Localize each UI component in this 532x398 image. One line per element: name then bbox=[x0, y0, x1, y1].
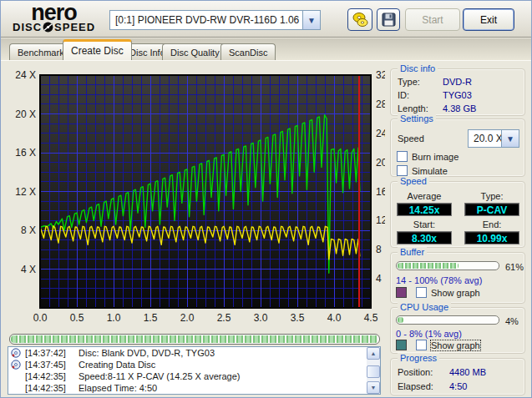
buffer-group: Buffer 61% 14 - 100% (78% avg) Show grap… bbox=[390, 252, 525, 304]
log-entry: [14:37:42] Disc: Blank DVD, DVD-R, TYG03 bbox=[8, 347, 380, 359]
end-speed-display: 10.99x bbox=[464, 231, 519, 244]
write-progressbar-fill bbox=[11, 335, 378, 343]
log-text: Disc: Blank DVD, DVD-R, TYG03 bbox=[79, 347, 215, 359]
speed-group: Speed Average Type: 14.25x P-CAV Start: … bbox=[390, 181, 525, 248]
save-button[interactable] bbox=[377, 8, 400, 31]
drive-selector-value: [0:1] PIONEER DVD-RW DVR-116D 1.06 bbox=[110, 14, 302, 26]
burn-image-checkbox[interactable] bbox=[397, 151, 408, 162]
tab-disc-quality[interactable]: Disc Quality bbox=[162, 43, 228, 60]
svg-text:4: 4 bbox=[376, 273, 382, 285]
disc-id-label: ID: bbox=[398, 90, 409, 100]
cpu-percent: 4% bbox=[505, 316, 519, 326]
tab-scandisc[interactable]: ScanDisc bbox=[220, 43, 276, 60]
svg-text:4.5: 4.5 bbox=[364, 312, 378, 324]
exit-button[interactable]: Exit bbox=[463, 8, 514, 31]
end-label: End: bbox=[464, 219, 519, 229]
log-scrollbar[interactable]: ▲ ▼ bbox=[367, 347, 380, 394]
svg-text:1.5: 1.5 bbox=[144, 312, 158, 324]
log-time: [14:37:42] bbox=[25, 347, 66, 359]
svg-text:16: 16 bbox=[376, 186, 385, 198]
svg-text:12: 12 bbox=[376, 214, 385, 226]
svg-text:0.0: 0.0 bbox=[33, 312, 48, 324]
cpu-show-graph-checkbox[interactable] bbox=[416, 340, 427, 350]
progress-title: Progress bbox=[398, 353, 439, 363]
progress-group: Progress Position: 4480 MB Elapsed: 4:50 bbox=[390, 358, 525, 395]
svg-text:28: 28 bbox=[376, 98, 385, 110]
speed-chart-svg: 24 X20 X16 X12 X8 X4 X322824201612840.00… bbox=[8, 63, 385, 328]
svg-text:3.5: 3.5 bbox=[291, 312, 305, 324]
cpu-progressbar-fill bbox=[398, 317, 403, 323]
disc-info-title: Disc info bbox=[398, 63, 438, 73]
speed-chart: 24 X20 X16 X12 X8 X4 X322824201612840.00… bbox=[8, 63, 385, 328]
cpu-usage-title: CPU Usage bbox=[398, 302, 451, 312]
buffer-show-graph-checkbox[interactable] bbox=[416, 287, 427, 298]
start-button-label: Start bbox=[422, 14, 443, 26]
elapsed-label: Elapsed: bbox=[398, 381, 433, 391]
discs-icon bbox=[352, 12, 369, 28]
svg-text:12 X: 12 X bbox=[15, 186, 36, 198]
elapsed-value: 4:50 bbox=[449, 381, 467, 391]
svg-text:24 X: 24 X bbox=[15, 69, 36, 81]
chevron-down-icon[interactable]: ▼ bbox=[501, 130, 519, 147]
chevron-down-icon[interactable]: ▼ bbox=[302, 11, 320, 29]
start-label: Start: bbox=[397, 219, 452, 229]
log-entry: [14:42:35] Elapsed Time: 4:50 bbox=[8, 382, 380, 394]
disc-icon bbox=[11, 348, 21, 358]
simulate-checkbox[interactable] bbox=[397, 165, 408, 176]
speed-select-value: 20.0 X bbox=[469, 133, 501, 144]
cpu-color-swatch bbox=[396, 340, 407, 350]
svg-text:4 X: 4 X bbox=[21, 264, 36, 275]
status-log[interactable]: [14:37:42] Disc: Blank DVD, DVD-R, TYG03… bbox=[8, 346, 381, 395]
svg-text:3.0: 3.0 bbox=[254, 312, 268, 324]
svg-text:24: 24 bbox=[376, 128, 385, 139]
tab-create-disc[interactable]: Create Disc bbox=[63, 39, 132, 60]
nero-discspeed-window: nero DISC SPEED [0:1] PIONEER DVD-RW DVR… bbox=[0, 0, 532, 398]
buffer-progressbar bbox=[396, 261, 499, 270]
discs-button[interactable] bbox=[347, 8, 372, 31]
svg-text:2.0: 2.0 bbox=[180, 312, 195, 324]
log-time: [14:42:35] bbox=[25, 382, 66, 394]
toolbar: nero DISC SPEED [0:1] PIONEER DVD-RW DVR… bbox=[1, 1, 531, 38]
svg-text:4.0: 4.0 bbox=[327, 312, 342, 324]
svg-text:32: 32 bbox=[376, 69, 385, 81]
log-entry: [14:37:45] Creating Data Disc bbox=[8, 359, 380, 370]
log-entry: [14:42:35] Speed:8-11 X P-CAV (14.25 X a… bbox=[8, 370, 380, 382]
disc-icon bbox=[11, 360, 21, 370]
drive-selector[interactable]: [0:1] PIONEER DVD-RW DVR-116D 1.06 ▼ bbox=[109, 10, 321, 30]
cpu-show-graph-label: Show graph bbox=[431, 340, 480, 350]
start-button[interactable]: Start bbox=[405, 8, 460, 31]
svg-text:8 X: 8 X bbox=[21, 224, 36, 236]
average-speed-display: 14.25x bbox=[397, 203, 452, 216]
scrollbar-thumb[interactable] bbox=[367, 365, 380, 378]
exit-button-label: Exit bbox=[480, 14, 497, 26]
average-label: Average bbox=[397, 191, 452, 201]
svg-text:16 X: 16 X bbox=[15, 147, 36, 159]
scroll-up-icon[interactable]: ▲ bbox=[367, 347, 380, 360]
buffer-title: Buffer bbox=[398, 247, 427, 257]
svg-text:0.5: 0.5 bbox=[70, 312, 84, 324]
nero-discspeed-logo: nero DISC SPEED bbox=[13, 2, 95, 33]
svg-text:20: 20 bbox=[376, 157, 385, 169]
write-progressbar bbox=[9, 334, 380, 345]
speed-select-label: Speed bbox=[398, 134, 424, 144]
start-speed-display: 8.30x bbox=[397, 231, 452, 244]
disc-length-value: 4.38 GB bbox=[443, 103, 476, 113]
logo-text-discspeed: DISC SPEED bbox=[13, 22, 95, 33]
cpu-usage-group: CPU Usage 4% 0 - 8% (1% avg) Show graph bbox=[390, 307, 525, 354]
buffer-progressbar-fill bbox=[398, 263, 459, 269]
buffer-percent: 61% bbox=[505, 262, 524, 272]
disc-icon bbox=[43, 22, 53, 33]
scroll-down-icon[interactable]: ▼ bbox=[367, 381, 380, 394]
svg-text:2.5: 2.5 bbox=[217, 312, 231, 324]
disc-type-label: Type: bbox=[398, 77, 420, 87]
speed-select[interactable]: 20.0 X ▼ bbox=[468, 129, 519, 148]
log-text: Elapsed Time: 4:50 bbox=[79, 382, 157, 394]
disc-length-label: Length: bbox=[398, 103, 428, 113]
buffer-show-graph-label: Show graph bbox=[431, 288, 480, 298]
svg-text:8: 8 bbox=[376, 244, 382, 255]
simulate-label: Simulate bbox=[412, 166, 448, 176]
burn-image-label: Burn image bbox=[412, 152, 459, 162]
settings-group: Settings Speed 20.0 X ▼ Burn image Simul… bbox=[390, 118, 525, 177]
log-text: Creating Data Disc bbox=[79, 359, 155, 370]
type-label: Type: bbox=[464, 191, 519, 201]
